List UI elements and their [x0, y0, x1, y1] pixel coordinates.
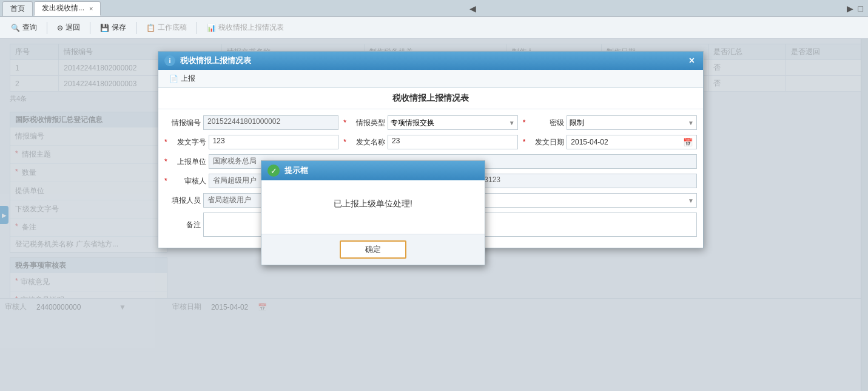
return-label: 退回: [66, 22, 80, 33]
required-star: *: [164, 138, 167, 146]
field-qingbao-leixing-label: 情报类型: [349, 118, 385, 128]
modal-tax-title: 税收情报上报情况表: [180, 55, 682, 66]
qingbao-leixing-select[interactable]: 专项情报交换 ▼: [388, 115, 518, 130]
qingbao-bianhao-input: 201522441801000002: [203, 115, 338, 130]
save-label: 保存: [112, 22, 126, 33]
tab-tax-report[interactable]: 发出税收情... ×: [34, 1, 101, 16]
fawenming-input[interactable]: 23: [388, 135, 518, 149]
modal-prompt-body: 已上报上级单位处理!: [261, 180, 485, 234]
tianbaoren-label: 填报人员: [164, 195, 201, 206]
status-button[interactable]: 📊 税收情报上报情况表: [201, 21, 290, 35]
return-icon: ⊖: [57, 24, 63, 32]
return-button[interactable]: ⊖ 退回: [51, 21, 86, 35]
tab-prev-button[interactable]: ◀: [467, 4, 479, 13]
search-icon: 🔍: [11, 24, 20, 32]
toolbar: 🔍 查询 ⊖ 退回 💾 保存 📋 工作底稿 📊 税收情报上报情况表: [0, 17, 868, 39]
tab-next-button[interactable]: ▶: [844, 4, 856, 13]
fawenming-label: 发文名称: [349, 137, 385, 148]
field-qingbao-bianhao-label: 情报编号: [164, 118, 201, 128]
field-fawenming: * 发文名称 23: [343, 135, 517, 149]
modal-tax-close-button[interactable]: ×: [687, 56, 697, 66]
field-qingbao-bianhao: 情报编号 201522441801000002: [164, 115, 338, 130]
field-miji-label: 密级: [528, 118, 564, 128]
workbench-icon: 📋: [146, 24, 155, 32]
beizhu-label: 备注: [164, 220, 201, 230]
fawenri-input[interactable]: 2015-04-02 📅: [567, 135, 697, 149]
tab-home[interactable]: 首页: [2, 1, 33, 16]
fawenzi-label: 发文字号: [170, 137, 206, 148]
save-icon: 💾: [100, 24, 109, 32]
main-area: ▶ 序号 情报编号 情报文书名称 制作税务机关 制作人 制作日期 是否汇总 是否…: [0, 39, 868, 391]
shanbaodanwei-label: 上报单位: [170, 157, 206, 167]
document-icon: 📄: [169, 75, 178, 83]
select-arrow-icon: ▼: [688, 120, 694, 126]
miji-select[interactable]: 限制 ▼: [567, 115, 697, 130]
field-fawenzi: * 发文字号 123: [164, 135, 338, 149]
calendar-icon: 📅: [683, 138, 693, 147]
query-label: 查询: [22, 22, 37, 33]
field-fawenri: * 发文日期 2015-04-02 📅: [523, 135, 697, 149]
zhuguanchangzhang-input: 123123: [472, 174, 697, 188]
field-qingbao-leixing: * 情报类型 专项情报交换 ▼: [343, 115, 517, 130]
select-arrow-icon: ▼: [688, 197, 694, 204]
prompt-message: 已上报上级单位处理!: [274, 199, 473, 209]
modal-prompt-footer: 确定: [261, 234, 485, 265]
form-row-1: 情报编号 201522441801000002 * 情报类型 专项情报交换 ▼ …: [164, 115, 697, 130]
status-icon: 📊: [207, 24, 216, 32]
modal-tax-toolbar: 📄 上报: [158, 70, 703, 88]
tab-tax-report-label: 发出税收情...: [42, 3, 84, 13]
required-star: *: [523, 138, 526, 146]
workbench-button[interactable]: 📋 工作底稿: [140, 21, 193, 35]
modal-prompt: ✓ 提示框 已上报上级单位处理! 确定: [261, 160, 485, 265]
separator-2: [90, 22, 90, 34]
tab-home-label: 首页: [10, 4, 25, 14]
required-star: *: [164, 177, 167, 185]
form-row-2: * 发文字号 123 * 发文名称 23 * 发文日期: [164, 135, 697, 149]
modal-prompt-header: ✓ 提示框: [261, 161, 485, 180]
modal-tax-subtitle: 税收情报上报情况表: [158, 88, 703, 109]
required-star: *: [343, 118, 346, 127]
query-button[interactable]: 🔍 查询: [5, 21, 43, 35]
save-button[interactable]: 💾 保存: [94, 21, 132, 35]
workbench-label: 工作底稿: [158, 22, 187, 33]
required-star: *: [164, 157, 167, 166]
tab-close-icon[interactable]: ×: [89, 5, 93, 12]
tab-maximize-button[interactable]: □: [856, 4, 866, 13]
confirm-button[interactable]: 确定: [340, 240, 406, 259]
fawenzi-input[interactable]: 123: [209, 135, 339, 149]
status-label: 税收情报上报情况表: [218, 22, 284, 33]
separator-4: [197, 22, 197, 34]
submit-button[interactable]: 📄 上报: [163, 72, 201, 85]
info-icon: i: [164, 55, 175, 66]
separator-3: [136, 22, 136, 34]
check-icon: ✓: [267, 165, 280, 177]
required-star: *: [523, 118, 526, 127]
separator-1: [47, 22, 47, 34]
modal-tax-header: i 税收情报上报情况表 ×: [158, 52, 703, 70]
shenheren-label: 审核人: [170, 176, 206, 186]
modal-prompt-title: 提示框: [284, 165, 308, 176]
fawenri-label: 发文日期: [528, 137, 564, 148]
select-arrow-icon: ▼: [509, 120, 515, 126]
submit-label: 上报: [181, 73, 195, 84]
required-star: *: [343, 138, 346, 146]
field-miji: * 密级 限制 ▼: [523, 115, 697, 130]
tab-bar: 首页 发出税收情... × ◀ ▶ □: [0, 0, 868, 17]
